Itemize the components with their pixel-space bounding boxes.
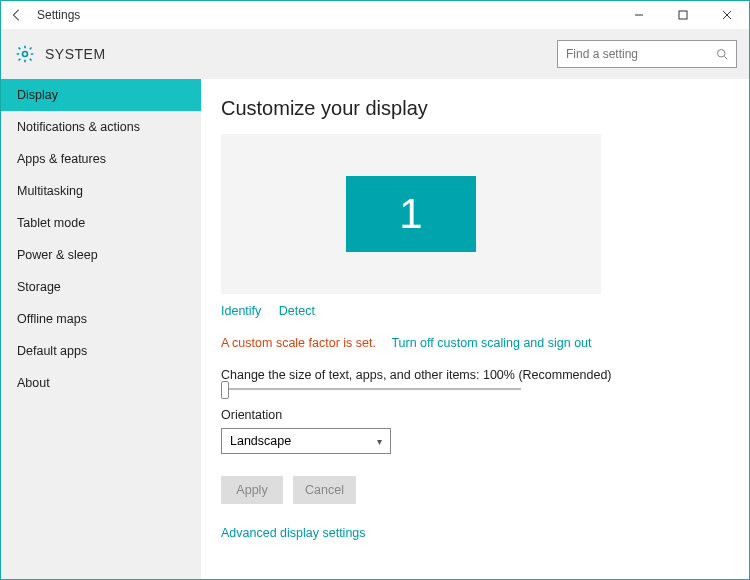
section-title: SYSTEM	[45, 46, 106, 62]
chevron-down-icon: ▾	[377, 436, 382, 447]
sidebar-item-label: Display	[17, 88, 58, 102]
detect-link[interactable]: Detect	[279, 304, 315, 318]
sidebar-item-label: Storage	[17, 280, 61, 294]
svg-line-6	[724, 56, 727, 59]
scale-warning-row: A custom scale factor is set. Turn off c…	[221, 336, 729, 350]
monitor-label: 1	[399, 190, 422, 238]
sidebar-item-power[interactable]: Power & sleep	[1, 239, 201, 271]
button-row: Apply Cancel	[221, 476, 729, 504]
sidebar-item-label: Power & sleep	[17, 248, 98, 262]
search-icon	[716, 47, 728, 61]
page-title: Customize your display	[221, 97, 729, 120]
monitor-1[interactable]: 1	[346, 176, 476, 252]
apply-button[interactable]: Apply	[221, 476, 283, 504]
search-input[interactable]	[566, 47, 716, 61]
advanced-settings-row: Advanced display settings	[221, 526, 729, 540]
maximize-button[interactable]	[661, 1, 705, 29]
header: SYSTEM	[1, 29, 749, 79]
back-button[interactable]	[1, 1, 33, 29]
close-button[interactable]	[705, 1, 749, 29]
sidebar: Display Notifications & actions Apps & f…	[1, 79, 201, 579]
identify-link[interactable]: Identify	[221, 304, 261, 318]
orientation-value: Landscape	[230, 434, 291, 448]
monitor-preview-area[interactable]: 1	[221, 134, 601, 294]
text-size-slider[interactable]	[221, 388, 521, 390]
sidebar-item-apps[interactable]: Apps & features	[1, 143, 201, 175]
sidebar-item-multitasking[interactable]: Multitasking	[1, 175, 201, 207]
minimize-button[interactable]	[617, 1, 661, 29]
svg-point-4	[23, 52, 28, 57]
monitor-actions: Identify Detect	[221, 304, 729, 318]
sidebar-item-tablet[interactable]: Tablet mode	[1, 207, 201, 239]
sidebar-item-label: Default apps	[17, 344, 87, 358]
orientation-label: Orientation	[221, 408, 729, 422]
svg-point-5	[718, 50, 726, 58]
sidebar-item-label: Notifications & actions	[17, 120, 140, 134]
slider-track	[221, 388, 521, 390]
sidebar-item-storage[interactable]: Storage	[1, 271, 201, 303]
sidebar-item-defaultapps[interactable]: Default apps	[1, 335, 201, 367]
sidebar-item-offlinemaps[interactable]: Offline maps	[1, 303, 201, 335]
sidebar-item-display[interactable]: Display	[1, 79, 201, 111]
text-size-label: Change the size of text, apps, and other…	[221, 368, 729, 382]
sidebar-item-notifications[interactable]: Notifications & actions	[1, 111, 201, 143]
window-title: Settings	[33, 8, 80, 22]
orientation-dropdown[interactable]: Landscape ▾	[221, 428, 391, 454]
content: Customize your display 1 Identify Detect…	[201, 79, 749, 579]
svg-rect-1	[679, 11, 687, 19]
sidebar-item-label: Apps & features	[17, 152, 106, 166]
titlebar: Settings	[1, 1, 749, 29]
scale-warning-text: A custom scale factor is set.	[221, 336, 376, 350]
slider-thumb[interactable]	[221, 381, 229, 399]
advanced-display-link[interactable]: Advanced display settings	[221, 526, 366, 540]
sidebar-item-label: Tablet mode	[17, 216, 85, 230]
sidebar-item-label: About	[17, 376, 50, 390]
sidebar-item-label: Offline maps	[17, 312, 87, 326]
sidebar-item-label: Multitasking	[17, 184, 83, 198]
turnoff-scaling-link[interactable]: Turn off custom scaling and sign out	[391, 336, 591, 350]
sidebar-item-about[interactable]: About	[1, 367, 201, 399]
cancel-button[interactable]: Cancel	[293, 476, 356, 504]
search-box[interactable]	[557, 40, 737, 68]
gear-icon	[13, 42, 37, 66]
